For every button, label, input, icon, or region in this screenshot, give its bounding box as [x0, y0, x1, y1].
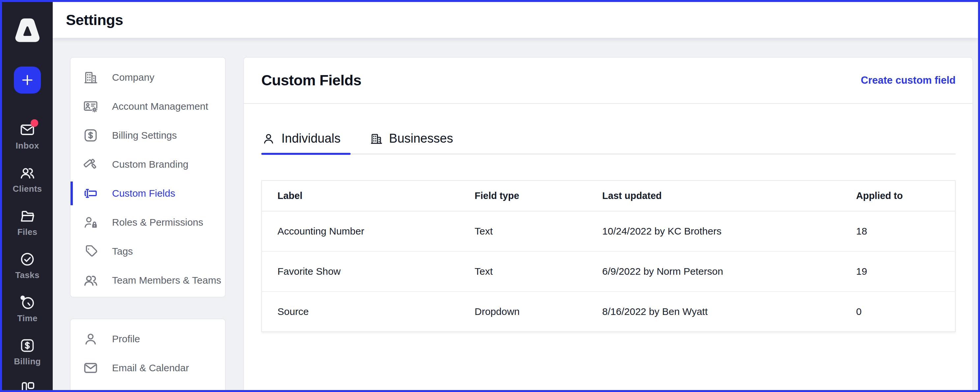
settings-nav-label: Email & Calendar: [112, 362, 189, 373]
rail-item-label: Tasks: [15, 270, 39, 280]
custom-fields-table: Label Field type Last updated Applied to…: [261, 180, 956, 332]
settings-nav-roles-permissions[interactable]: Roles & Permissions: [70, 208, 225, 237]
table-row[interactable]: Favorite Show Text 6/9/2022 by Norm Pete…: [262, 251, 955, 292]
person-icon: [262, 132, 275, 145]
cell-field-type: Text: [474, 211, 602, 251]
custom-fields-panel: Custom Fields Create custom field Indivi…: [243, 57, 973, 391]
column-header-last-updated: Last updated: [602, 181, 856, 211]
rail-item-label: Files: [18, 227, 38, 237]
panel-title: Custom Fields: [261, 72, 361, 89]
tab-label: Businesses: [389, 132, 453, 146]
apps-grid-icon: [19, 381, 35, 392]
content-area: Settings Company Account Management Bill…: [53, 2, 978, 390]
settings-nav-label: Account Management: [112, 101, 208, 112]
plus-icon: [20, 73, 35, 87]
rail-item-label: Inbox: [16, 141, 39, 151]
settings-nav-label: Profile: [112, 333, 140, 344]
settings-nav-team-members[interactable]: Team Members & Teams: [70, 266, 225, 295]
tag-icon: [83, 244, 98, 259]
tab-individuals[interactable]: Individuals: [261, 132, 351, 154]
column-header-label: Label: [262, 181, 474, 211]
notification-dot: [31, 119, 38, 127]
building-icon: [370, 132, 383, 145]
table-header-row: Label Field type Last updated Applied to: [262, 181, 955, 211]
dollar-square-icon: [19, 338, 35, 354]
tab-businesses[interactable]: Businesses: [369, 132, 463, 154]
app-window: Inbox Clients Files Tasks Time: [0, 0, 980, 392]
app-rail: Inbox Clients Files Tasks Time: [2, 2, 53, 390]
envelope-icon: [19, 122, 35, 138]
cell-applied-to: 0: [856, 292, 955, 332]
tab-label: Individuals: [282, 132, 341, 146]
settings-nav-label: Team Members & Teams: [112, 275, 221, 286]
page-title: Settings: [66, 11, 123, 29]
rail-item-apps-partial[interactable]: [2, 381, 53, 392]
settings-nav-account-management[interactable]: Account Management: [70, 92, 225, 121]
rail-item-label: Billing: [14, 356, 41, 367]
rail-item-inbox[interactable]: Inbox: [2, 122, 53, 151]
settings-nav-tags[interactable]: Tags: [70, 237, 225, 266]
cell-applied-to: 19: [856, 251, 955, 292]
folder-icon: [19, 208, 35, 224]
table-row[interactable]: Accounting Number Text 10/24/2022 by KC …: [262, 211, 955, 251]
timer-icon: [19, 295, 35, 310]
cell-last-updated: 6/9/2022 by Norm Peterson: [602, 251, 856, 292]
create-custom-field-button[interactable]: Create custom field: [861, 75, 956, 86]
panel-header: Custom Fields Create custom field: [244, 58, 972, 104]
cell-applied-to: 18: [856, 211, 955, 251]
settings-nav-label: Tags: [112, 246, 133, 257]
paint-roller-icon: [83, 157, 98, 172]
cell-label: Favorite Show: [262, 251, 474, 292]
settings-nav-label: Roles & Permissions: [112, 217, 203, 228]
create-new-button[interactable]: [14, 67, 41, 94]
app-logo: [2, 16, 53, 43]
people-icon: [83, 273, 98, 288]
settings-nav-label: Custom Fields: [112, 188, 175, 199]
settings-nav-custom-fields[interactable]: Custom Fields: [70, 179, 225, 208]
column-header-applied-to: Applied to: [856, 181, 955, 211]
column-header-field-type: Field type: [474, 181, 602, 211]
settings-nav-email-calendar[interactable]: Email & Calendar: [70, 354, 225, 382]
tab-strip: Individuals Businesses: [261, 132, 956, 154]
building-icon: [83, 70, 98, 85]
settings-nav-profile[interactable]: Profile: [70, 324, 225, 354]
check-circle-icon: [19, 251, 35, 267]
settings-nav-primary: Company Account Management Billing Setti…: [70, 57, 226, 297]
settings-nav-billing-settings[interactable]: Billing Settings: [70, 121, 225, 150]
cell-last-updated: 8/16/2022 by Ben Wyatt: [602, 292, 856, 332]
settings-nav-company[interactable]: Company: [70, 63, 225, 92]
cell-label: Source: [262, 292, 474, 332]
table-row[interactable]: Source Dropdown 8/16/2022 by Ben Wyatt 0: [262, 292, 955, 332]
dollar-square-icon: [83, 128, 98, 143]
id-card-gear-icon: [83, 99, 98, 114]
person-lock-icon: [83, 215, 98, 230]
settings-nav-label: Company: [112, 72, 154, 83]
rail-item-files[interactable]: Files: [2, 208, 53, 237]
top-bar: Settings: [53, 2, 978, 38]
cell-last-updated: 10/24/2022 by KC Brothers: [602, 211, 856, 251]
input-cursor-icon: [83, 186, 98, 201]
rail-item-tasks[interactable]: Tasks: [2, 251, 53, 280]
envelope-icon: [83, 360, 98, 376]
settings-nav-label: Billing Settings: [112, 130, 177, 141]
rail-item-billing[interactable]: Billing: [2, 338, 53, 367]
cell-field-type: Dropdown: [474, 292, 602, 332]
settings-nav-custom-branding[interactable]: Custom Branding: [70, 150, 225, 179]
cell-label: Accounting Number: [262, 211, 474, 251]
people-icon: [19, 165, 35, 181]
rail-item-label: Clients: [13, 184, 42, 194]
settings-nav-secondary: Profile Email & Calendar: [70, 319, 226, 392]
settings-nav-label: Custom Branding: [112, 159, 188, 170]
rail-item-clients[interactable]: Clients: [2, 165, 53, 194]
rail-item-label: Time: [17, 313, 37, 324]
rail-item-time[interactable]: Time: [2, 295, 53, 324]
person-icon: [83, 332, 98, 346]
cell-field-type: Text: [474, 251, 602, 292]
